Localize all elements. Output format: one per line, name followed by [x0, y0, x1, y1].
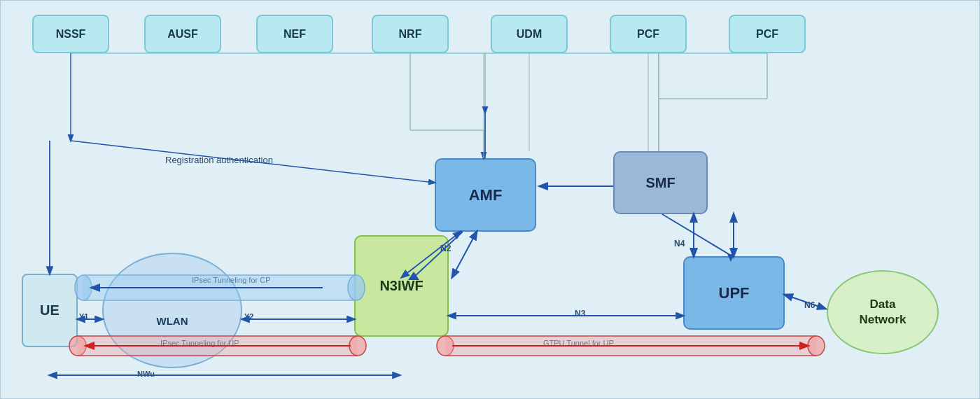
svg-point-33 [437, 336, 454, 356]
udm-label: UDM [517, 28, 542, 41]
nwu-label: NWu [137, 370, 155, 378]
n3-label: N3 [575, 309, 585, 318]
svg-line-14 [662, 214, 732, 256]
reg-auth-label: Registration authentication [165, 155, 273, 165]
n3iwf-label: N3IWF [379, 278, 423, 294]
nrf-box: NRF [372, 15, 449, 53]
amf-label: AMF [469, 186, 503, 204]
wlan-circle: WLAN [102, 253, 242, 368]
amf-box: AMF [435, 158, 536, 232]
pcf-box: PCF [610, 15, 687, 53]
n3iwf-box: N3IWF [354, 235, 449, 337]
upf-box: UPF [683, 256, 785, 330]
upf-label: UPF [719, 284, 750, 302]
svg-rect-34 [445, 336, 816, 356]
pcf2-box: PCF [729, 15, 806, 53]
ausf-box: AUSF [144, 15, 221, 53]
smf-box: SMF [613, 151, 708, 214]
nrf-label: NRF [399, 28, 422, 41]
nef-label: NEF [284, 28, 306, 41]
network-diagram: NSSF AUSF NEF NRF UDM PCF PCF AMF SMF UP… [0, 0, 980, 399]
smf-label: SMF [645, 175, 675, 191]
ausf-label: AUSF [167, 28, 198, 41]
svg-point-29 [349, 336, 366, 356]
data-network-ellipse: DataNetwork [827, 270, 939, 354]
y1-label: Y1 [79, 312, 88, 321]
n6-label: N6 [804, 300, 815, 310]
svg-line-11 [452, 232, 477, 277]
n2-label: N2 [440, 244, 451, 253]
svg-point-35 [808, 336, 825, 356]
nssf-box: NSSF [32, 15, 109, 53]
ipsec-cp-label: IPsec Tunneling for CP [192, 276, 271, 284]
ue-box: UE [22, 274, 78, 347]
udm-box: UDM [491, 15, 568, 53]
pcf-label: PCF [637, 28, 659, 41]
pcf2-label: PCF [756, 28, 778, 41]
nef-box: NEF [256, 15, 333, 53]
ue-label: UE [40, 302, 59, 318]
n4-label: N4 [674, 239, 685, 248]
ipsec-up-label: IPsec Tunneling for UP [160, 339, 239, 347]
wlan-label: WLAN [157, 315, 188, 327]
data-network-label: DataNetwork [859, 297, 906, 328]
gtpu-up-label: GTPU Tunnel for UP [543, 339, 614, 347]
nssf-label: NSSF [56, 28, 86, 41]
y2-label: Y2 [244, 312, 253, 321]
